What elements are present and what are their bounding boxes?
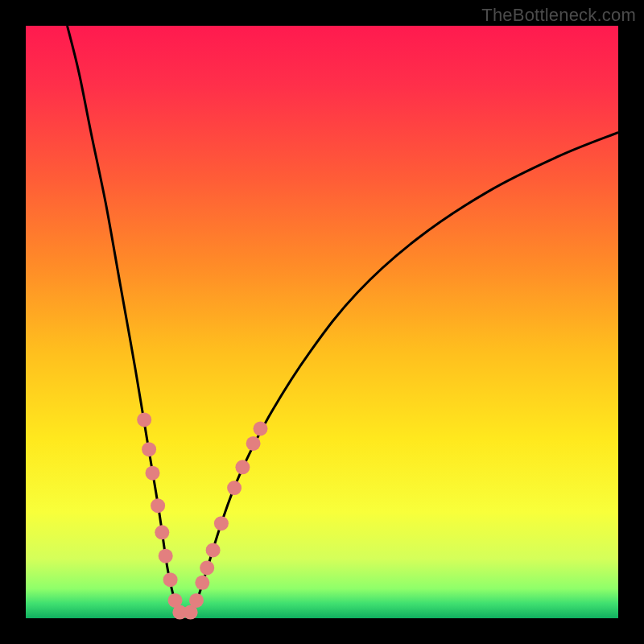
data-dot: [137, 412, 151, 427]
data-dot: [235, 460, 250, 474]
data-dot: [146, 466, 160, 481]
data-dot: [200, 560, 214, 575]
data-dot: [159, 549, 173, 564]
data-dot: [142, 442, 156, 456]
data-dot: [189, 593, 204, 608]
dot-layer: [137, 412, 267, 619]
data-dot: [151, 498, 165, 513]
data-dot: [214, 516, 229, 530]
curve-layer: [26, 26, 618, 618]
chart-frame: TheBottleneck.com: [0, 0, 644, 644]
data-dot: [227, 481, 242, 495]
bottleneck-curve: [68, 26, 619, 615]
data-dot: [155, 525, 169, 539]
data-dot: [254, 422, 268, 436]
data-dot: [195, 576, 209, 590]
data-dot: [163, 572, 178, 587]
data-dot: [246, 436, 261, 451]
data-dot: [206, 543, 221, 557]
plot-area: [26, 26, 618, 618]
watermark-text: TheBottleneck.com: [481, 5, 636, 26]
